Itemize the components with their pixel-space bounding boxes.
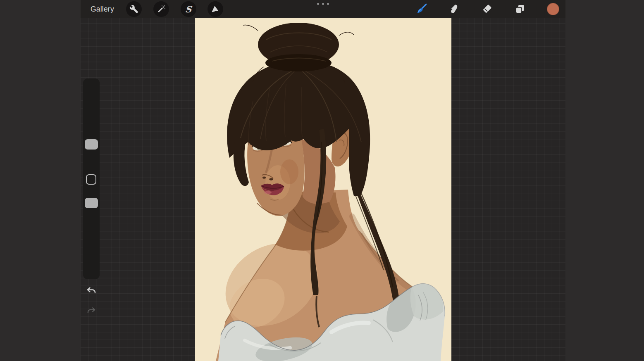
actions-button[interactable] (126, 1, 142, 17)
redo-arrow-icon (86, 307, 96, 315)
brush-opacity-slider[interactable] (85, 198, 98, 208)
smudge-finger-icon (448, 3, 460, 15)
eraser-icon (481, 3, 493, 15)
color-swatch[interactable] (547, 3, 559, 15)
window-options-button[interactable] (315, 2, 331, 6)
redo-button[interactable] (83, 303, 100, 319)
magic-wand-icon (157, 5, 166, 14)
smudge-tool-button[interactable] (445, 0, 463, 18)
artwork-canvas[interactable] (195, 18, 451, 361)
brush-icon (415, 3, 427, 15)
three-dots-icon (317, 3, 319, 5)
layers-icon (514, 3, 526, 15)
selection-button[interactable]: S (181, 1, 196, 17)
modify-button[interactable] (86, 174, 96, 185)
transform-arrow-icon (211, 5, 220, 14)
paint-tool-button[interactable] (412, 0, 430, 18)
adjustments-button[interactable] (153, 1, 169, 17)
top-toolbar: Gallery S (81, 0, 565, 18)
brush-sidebar[interactable] (83, 78, 100, 279)
three-dots-icon (322, 3, 324, 5)
erase-tool-button[interactable] (478, 0, 496, 18)
app-window: Gallery S (81, 0, 565, 361)
undo-arrow-icon (86, 287, 97, 296)
undo-button[interactable] (83, 283, 100, 299)
selection-s-icon: S (185, 5, 192, 14)
transform-button[interactable] (208, 1, 223, 17)
wrench-icon (129, 5, 138, 14)
gallery-button[interactable]: Gallery (91, 0, 114, 18)
layers-button[interactable] (511, 0, 529, 18)
three-dots-icon (327, 3, 329, 5)
brush-size-slider[interactable] (85, 139, 98, 150)
artwork-portrait (195, 18, 451, 361)
